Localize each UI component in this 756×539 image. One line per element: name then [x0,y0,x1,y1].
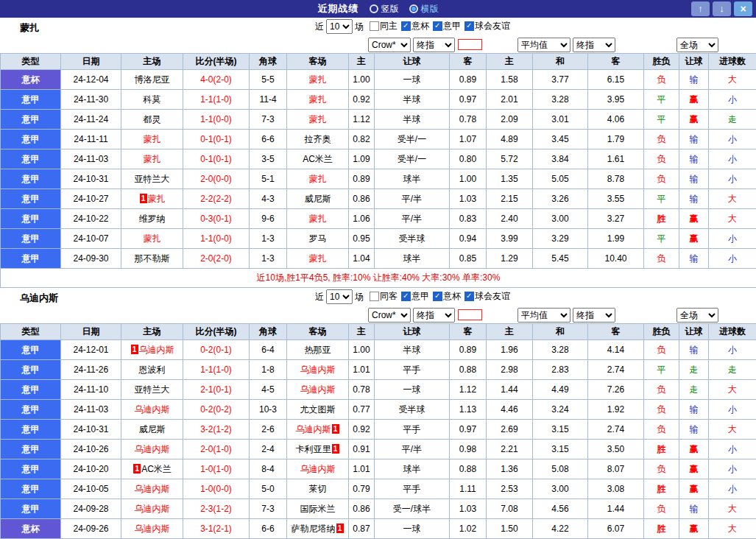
layout-radio-vertical[interactable]: 竖版 [370,3,399,15]
match-date: 24-10-27 [61,189,121,209]
team-label: 蒙扎 [148,194,166,204]
euro-draw-odds: 3.28 [533,90,588,110]
checkbox-icon[interactable] [401,292,411,301]
match-count-select[interactable]: 10 [326,19,353,34]
match-date: 24-10-07 [61,229,121,249]
away-team: 拉齐奥 [287,130,349,149]
asian-handicap: 平/半 [375,440,450,459]
col-score: 比分(半场) [183,54,250,70]
away-team: 热那亚 [287,340,349,360]
match-row: 意甲24-12-011乌迪内斯0-2(0-1)6-4热那亚1.00半球0.891… [1,340,756,360]
corner-cell: 2-4 [250,440,287,459]
team-section-udinese: 乌迪内斯 近 10 场 同客意甲意杯球会友谊 Crow* 终指 平均值 终指 全… [0,288,756,539]
asian-odds-time-select[interactable]: 终指 [413,38,455,52]
score-cell: 4-0(2-0) [183,70,250,90]
asian-odds-time-select[interactable]: 终指 [413,308,455,323]
team-label: 都灵 [144,114,161,124]
euro-home-odds: 1.29 [487,249,533,269]
recent-results-table: 类型 日期 主场 比分(半场) 角球 客场 主 让球 客 主 和 客 胜负 让球… [0,323,756,539]
euro-odds-time-select[interactable]: 终指 [573,308,615,323]
asian-away-odds: 1.03 [450,499,487,519]
bookmaker-select[interactable]: Crow* [368,308,411,323]
team-label: 科莫 [144,94,161,105]
match-count-select[interactable]: 10 [326,289,353,304]
matches-label: 场 [355,21,364,33]
asian-away-odds: 0.85 [450,249,487,269]
euro-draw-odds: 5.45 [533,249,588,269]
checkbox-icon[interactable] [401,21,411,31]
corner-cell: 9-6 [250,209,287,229]
euro-home-odds: 5.72 [487,149,533,169]
scroll-up-button[interactable]: ↑ [691,1,710,16]
team-label: 乌迪内斯 [300,464,336,474]
filter-checkbox[interactable]: 意杯 [433,290,461,303]
filter-checkbox[interactable]: 意甲 [401,290,429,303]
euro-away-odds: 1.92 [588,400,644,420]
layout-radio-horizontal[interactable]: 横版 [409,3,439,15]
outcome-cell: 胜 [644,209,679,229]
match-date: 24-10-22 [61,209,121,229]
euro-home-odds: 2.15 [487,189,533,209]
checkbox-icon[interactable] [464,21,474,31]
euro-draw-odds: 4.22 [533,519,588,539]
col-type: 类型 [1,54,61,70]
away-team: 蒙扎 [287,70,349,90]
asian-handicap: 半球 [375,90,450,110]
col-home: 主场 [121,324,183,340]
filter-checkbox[interactable]: 意杯 [401,20,429,32]
checkbox-icon[interactable] [433,292,442,301]
asian-handicap: 受半/一 [375,149,450,169]
home-team: 都灵 [121,110,183,130]
asian-home-odds: 0.95 [349,229,375,249]
close-button[interactable]: × [734,1,752,16]
corner-cell: 1-3 [250,249,287,269]
match-row: 意甲24-11-03蒙扎0-1(0-1)3-5AC米兰1.09受半/一0.805… [1,149,756,169]
euro-home-odds: 2.21 [487,440,533,459]
handicap-result-cell: 赢 [679,519,709,539]
filter-checkbox[interactable]: 意甲 [433,20,461,32]
red-outline-box[interactable] [458,39,482,50]
euro-home-odds: 2.69 [487,420,533,440]
euro-home-odds: 1.58 [487,70,533,90]
scope-select[interactable]: 全场 [676,38,718,52]
euro-odds-time-select[interactable]: 终指 [573,38,615,52]
outcome-cell: 负 [644,400,679,420]
red-outline-box[interactable] [458,309,482,320]
filter-checkbox[interactable]: 同主 [370,20,398,32]
handicap-result-cell: 赢 [679,90,709,110]
checkbox-icon[interactable] [464,292,474,301]
home-team: 亚特兰大 [121,380,183,400]
euro-odds-source-select[interactable]: 平均值 [517,38,570,52]
away-team: AC米兰 [287,149,349,169]
asian-home-odds: 1.06 [349,209,375,229]
asian-away-odds: 0.80 [450,149,487,169]
scope-select[interactable]: 全场 [676,308,718,323]
asian-away-odds: 0.83 [450,209,487,229]
outcome-cell: 负 [644,249,679,269]
score-cell: 2-2(2-2) [183,189,250,209]
goals-result-cell: 大 [709,189,756,209]
match-row: 意甲24-10-201AC米兰1-0(1-0)8-4乌迪内斯1.01球半0.88… [1,459,756,479]
goals-result-cell: 小 [709,169,756,189]
checkbox-icon[interactable] [370,292,379,301]
match-date: 24-09-28 [61,499,121,519]
bookmaker-select[interactable]: Crow* [368,38,411,52]
match-date: 24-10-26 [61,440,121,459]
handicap-result-cell: 输 [679,340,709,360]
checkbox-icon[interactable] [370,21,379,31]
col-asian-home: 主 [349,324,375,340]
team-label: 博洛尼亚 [135,74,170,85]
euro-odds-source-select[interactable]: 平均值 [517,308,570,323]
scroll-down-button[interactable]: ↓ [713,1,731,16]
score-cell: 2-0(0-0) [183,169,250,189]
checkbox-icon[interactable] [433,21,442,31]
outcome-cell: 平 [644,189,679,209]
euro-home-odds: 1.50 [487,519,533,539]
filter-checkbox[interactable]: 球会友谊 [464,290,510,303]
handicap-result-cell: 输 [679,420,709,440]
checkbox-label: 意杯 [443,290,461,303]
filter-checkbox[interactable]: 同客 [370,290,398,303]
euro-home-odds: 1.44 [487,380,533,400]
filter-checkbox[interactable]: 球会友谊 [464,20,510,32]
col-asian-handicap: 让球 [375,324,450,340]
